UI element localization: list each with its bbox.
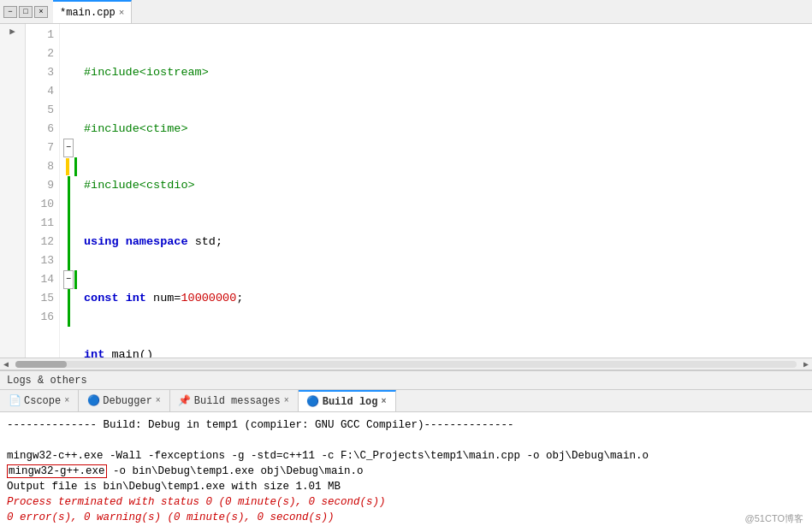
scroll-right-arrow[interactable]: ▶ [800,359,812,369]
panel-content[interactable]: -------------- Build: Debug in temp1 (co… [0,412,812,532]
build-separator: -------------- Build: Debug in temp1 (co… [7,417,805,433]
collapse-icon[interactable]: − [63,139,74,157]
window-controls[interactable]: − □ × [3,6,48,18]
tab-build-messages[interactable]: 📌 Build messages × [170,390,299,411]
restore-button[interactable]: □ [19,6,33,18]
bottom-panel: Logs & others 📄 Cscope × 🔵 Debugger × 📌 … [0,369,812,532]
build-messages-close-icon[interactable]: × [284,396,289,405]
code-line-1: #include<iostream> [84,63,812,82]
build-log-icon: 🔵 [307,396,319,408]
editor-tab[interactable]: *main.cpp × [53,0,132,23]
cscope-label: Cscope [24,395,61,407]
code-markers: − [60,24,77,358]
collapse-inner-icon[interactable]: − [63,270,74,289]
cscope-close-icon[interactable]: × [64,396,69,405]
scroll-thumb[interactable] [15,361,67,368]
code-content[interactable]: #include<iostream> #include<ctime> #incl… [77,24,812,358]
code-line-5: const int num=10000000; [84,289,812,308]
tab-cscope[interactable]: 📄 Cscope × [0,390,79,411]
line-numbers: 1 2 3 4 5 6 7 8 9 10 11 12 13 14 15 16 [26,24,60,358]
code-editor[interactable]: 1 2 3 4 5 6 7 8 9 10 11 12 13 14 15 16 [26,24,812,358]
minimize-button[interactable]: − [3,6,17,18]
code-line-2: #include<ctime> [84,120,812,139]
link-args: -o bin\Debug\temp1.exe obj\Debug\main.o [107,465,364,477]
scroll-left-arrow[interactable]: ◀ [0,359,12,369]
code-line-4: using namespace std; [84,233,812,251]
title-bar: − □ × *main.cpp × [0,0,812,24]
build-error-count: 0 error(s), 0 warning(s) (0 minute(s), 0… [7,510,805,525]
build-log-close-icon[interactable]: × [382,397,387,406]
editor-container: ▶ 1 2 3 4 5 6 7 8 9 10 11 12 13 14 15 16 [0,24,812,358]
tab-label: *main.cpp [60,7,116,19]
scroll-track[interactable] [15,361,797,368]
build-output-size: Output file is bin\Debug\temp1.exe with … [7,479,805,494]
left-gutter: ▶ [0,24,26,358]
horizontal-scrollbar[interactable]: ◀ ▶ [0,358,812,369]
code-line-6: int main() [84,346,812,358]
cscope-icon: 📄 [9,395,21,407]
debugger-icon: 🔵 [87,395,99,407]
panel-tabs: 📄 Cscope × 🔵 Debugger × 📌 Build messages… [0,390,812,412]
build-empty [7,433,805,448]
build-messages-icon: 📌 [179,395,191,407]
tab-bar: *main.cpp × [53,0,809,23]
panel-header: Logs & others [0,371,812,390]
debugger-close-icon[interactable]: × [156,396,161,405]
code-line-3: #include<cstdio> [84,176,812,195]
tab-build-log[interactable]: 🔵 Build log × [299,390,396,411]
tab-close-icon[interactable]: × [119,8,125,18]
watermark: @51CTO博客 [745,512,803,525]
close-button[interactable]: × [34,6,48,18]
build-messages-label: Build messages [194,395,281,407]
gutter-arrow[interactable]: ▶ [9,26,15,37]
highlighted-cmd: mingw32-g++.exe [7,464,107,478]
build-process-status: Process terminated with status 0 (0 minu… [7,494,805,510]
build-compile-cmd: mingw32-c++.exe -Wall -fexceptions -g -s… [7,448,805,464]
debugger-label: Debugger [103,395,152,407]
build-log-label: Build log [323,396,378,408]
build-link-cmd: mingw32-g++.exe -o bin\Debug\temp1.exe o… [7,464,805,479]
tab-debugger[interactable]: 🔵 Debugger × [79,390,170,411]
